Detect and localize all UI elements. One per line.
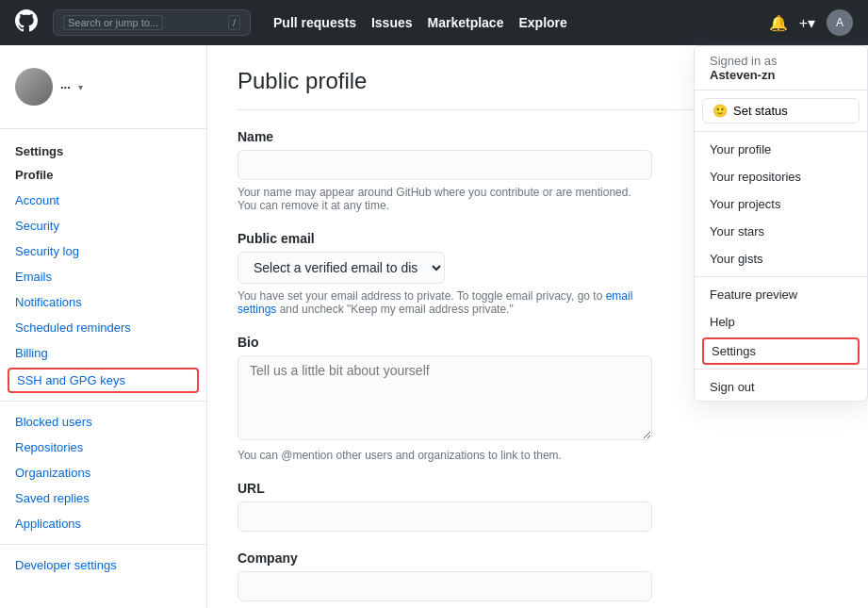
sidebar-item-blocked-users[interactable]: Blocked users bbox=[0, 409, 206, 435]
bio-hint: You can @mention other users and organiz… bbox=[237, 449, 652, 462]
search-placeholder: Search or jump to... bbox=[63, 15, 163, 30]
company-input[interactable] bbox=[237, 571, 652, 601]
dropdown-settings[interactable]: Settings bbox=[702, 337, 860, 365]
dropdown-divider-2 bbox=[695, 276, 867, 277]
set-status-button[interactable]: 🙂 Set status bbox=[702, 98, 860, 123]
sidebar-item-security-log[interactable]: Security log bbox=[0, 238, 206, 264]
name-input[interactable] bbox=[237, 150, 652, 180]
dropdown-divider-1 bbox=[695, 131, 867, 132]
name-hint: Your name may appear around GitHub where… bbox=[237, 186, 652, 212]
topnav: Search or jump to... / Pull requests Iss… bbox=[0, 0, 868, 45]
dropdown-your-repositories[interactable]: Your repositories bbox=[695, 163, 867, 190]
url-label: URL bbox=[237, 481, 838, 496]
sidebar-item-profile[interactable]: Profile bbox=[0, 162, 206, 188]
smiley-icon: 🙂 bbox=[712, 104, 728, 118]
email-hint-text-1: You have set your email address to priva… bbox=[237, 289, 606, 303]
email-select[interactable]: Select a verified email to display bbox=[237, 252, 445, 284]
sidebar-item-developer-settings[interactable]: Developer settings bbox=[0, 552, 206, 578]
company-section: Company You can @mention your company's … bbox=[237, 550, 838, 608]
email-hint: You have set your email address to priva… bbox=[237, 289, 652, 316]
url-section: URL bbox=[237, 481, 838, 532]
layout: ··· ▾ Settings Profile Account Security … bbox=[0, 45, 868, 608]
user-avatar[interactable]: A bbox=[827, 9, 853, 36]
sidebar-item-saved-replies[interactable]: Saved replies bbox=[0, 485, 206, 511]
sidebar-user-section: ··· ▾ bbox=[0, 60, 206, 121]
notifications-bell-icon[interactable]: 🔔 bbox=[769, 14, 788, 32]
dropdown-username: Asteven-zn bbox=[710, 68, 852, 82]
signed-in-as-text: Signed in as bbox=[710, 54, 778, 68]
sidebar-username: ··· bbox=[60, 80, 71, 94]
nav-marketplace[interactable]: Marketplace bbox=[428, 15, 504, 30]
sidebar-avatar bbox=[15, 68, 53, 106]
sidebar-item-emails[interactable]: Emails bbox=[0, 264, 206, 289]
dropdown-feature-preview[interactable]: Feature preview bbox=[695, 281, 867, 308]
company-label: Company bbox=[237, 550, 838, 566]
main-content: Public profile Name Your name may appear… bbox=[207, 45, 868, 608]
sidebar-divider bbox=[0, 128, 206, 129]
sidebar-divider-2 bbox=[0, 401, 206, 402]
sidebar-item-billing[interactable]: Billing bbox=[0, 340, 206, 366]
user-dropdown-menu: Signed in as Asteven-zn 🙂 Set status You… bbox=[694, 45, 868, 402]
sidebar-item-scheduled-reminders[interactable]: Scheduled reminders bbox=[0, 315, 206, 340]
dropdown-header: Signed in as Asteven-zn bbox=[695, 46, 867, 90]
search-input[interactable]: Search or jump to... / bbox=[53, 9, 251, 36]
sidebar: ··· ▾ Settings Profile Account Security … bbox=[0, 45, 207, 608]
github-logo-icon[interactable] bbox=[15, 9, 38, 37]
sidebar-item-applications[interactable]: Applications bbox=[0, 511, 206, 536]
topnav-right: 🔔 +▾ A bbox=[769, 9, 853, 36]
set-status-label: Set status bbox=[733, 104, 788, 118]
sidebar-item-repositories[interactable]: Repositories bbox=[0, 435, 206, 460]
bio-textarea[interactable] bbox=[237, 355, 652, 440]
dropdown-divider-3 bbox=[695, 369, 867, 370]
email-hint-text-2: and uncheck "Keep my email address priva… bbox=[276, 303, 513, 316]
dropdown-your-stars[interactable]: Your stars bbox=[695, 218, 867, 245]
plus-menu-icon[interactable]: +▾ bbox=[799, 14, 815, 32]
dropdown-your-profile[interactable]: Your profile bbox=[695, 136, 867, 163]
sidebar-divider-3 bbox=[0, 544, 206, 545]
sidebar-settings-header: Settings bbox=[0, 137, 206, 162]
nav-pull-requests[interactable]: Pull requests bbox=[273, 15, 356, 30]
nav-issues[interactable]: Issues bbox=[371, 15, 413, 30]
url-input[interactable] bbox=[237, 501, 652, 532]
sidebar-caret-icon: ▾ bbox=[78, 82, 83, 92]
search-shortcut-badge: / bbox=[228, 15, 240, 30]
nav-explore[interactable]: Explore bbox=[518, 15, 566, 30]
sidebar-item-notifications[interactable]: Notifications bbox=[0, 289, 206, 315]
sidebar-item-account[interactable]: Account bbox=[0, 188, 206, 213]
sidebar-item-organizations[interactable]: Organizations bbox=[0, 460, 206, 485]
sidebar-item-ssh-gpg-keys[interactable]: SSH and GPG keys bbox=[8, 368, 199, 393]
dropdown-your-gists[interactable]: Your gists bbox=[695, 245, 867, 272]
dropdown-your-projects[interactable]: Your projects bbox=[695, 190, 867, 218]
dropdown-sign-out[interactable]: Sign out bbox=[695, 373, 867, 401]
sidebar-item-security[interactable]: Security bbox=[0, 213, 206, 238]
dropdown-help[interactable]: Help bbox=[695, 308, 867, 336]
topnav-links: Pull requests Issues Marketplace Explore bbox=[273, 15, 567, 30]
